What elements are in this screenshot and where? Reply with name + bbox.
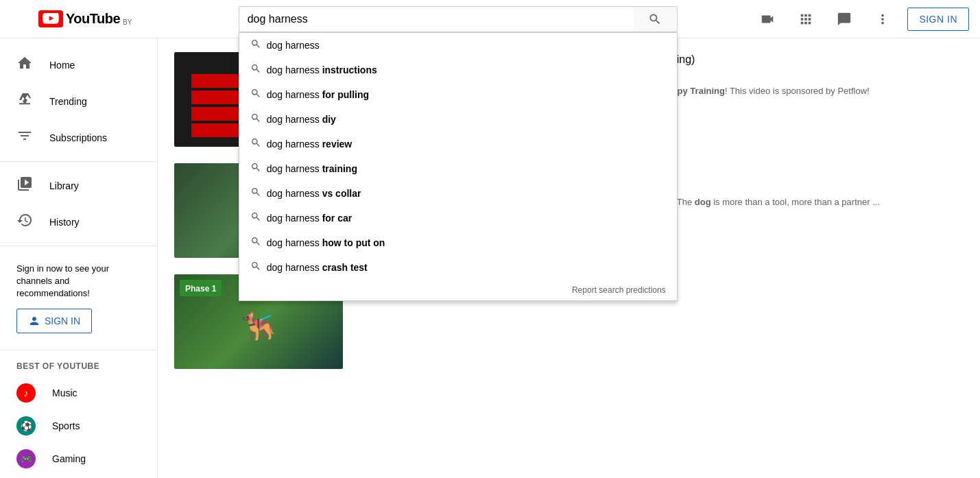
autocomplete-search-icon-2	[250, 88, 261, 101]
logo-text: YouTube	[66, 11, 120, 27]
autocomplete-search-icon-6	[250, 187, 261, 200]
autocomplete-search-icon-5	[250, 162, 261, 176]
sidebar-label-home: Home	[49, 60, 75, 71]
autocomplete-text-8: dog harness how to put on	[267, 237, 385, 248]
autocomplete-search-icon-4	[250, 137, 261, 151]
autocomplete-search-icon	[250, 38, 261, 52]
sign-in-box: Sign in now to see your channels and rec…	[0, 252, 157, 344]
sidebar-label-history: History	[49, 217, 80, 228]
messages-icon	[837, 12, 852, 27]
more-vertical-icon	[875, 12, 890, 27]
sidebar-item-music[interactable]: ♪ Music	[0, 377, 157, 399]
apps-icon	[798, 12, 813, 27]
sidebar-divider-3	[0, 350, 157, 350]
sidebar-item-library[interactable]: Library	[0, 167, 157, 204]
more-options-button[interactable]	[869, 5, 896, 33]
header-left: YouTube BY	[11, 10, 162, 27]
header-right: SIGN IN	[754, 5, 969, 33]
autocomplete-item-8[interactable]: dog harness how to put on	[239, 230, 677, 255]
autocomplete-text-0: dog harness	[267, 40, 320, 51]
sidebar: Home Trending Subscriptions Library H	[0, 38, 158, 399]
logo-country: BY	[123, 19, 132, 26]
autocomplete-search-icon-8	[250, 236, 261, 250]
autocomplete-item-3[interactable]: dog harness diy	[239, 107, 677, 132]
autocomplete-text-4: dog harness review	[267, 139, 352, 150]
autocomplete-text-9: dog harness crash test	[267, 262, 368, 273]
search-bar	[239, 6, 678, 32]
messages-button[interactable]	[830, 5, 858, 33]
search-button[interactable]	[634, 6, 678, 32]
library-icon	[16, 176, 33, 195]
autocomplete-item-0[interactable]: dog harness	[239, 33, 677, 58]
hamburger-menu[interactable]	[11, 11, 27, 27]
search-input[interactable]	[239, 6, 634, 32]
upload-button[interactable]	[754, 5, 781, 33]
subscriptions-icon	[16, 128, 33, 147]
autocomplete-text-7: dog harness for car	[267, 213, 352, 224]
sidebar-divider-2	[0, 246, 157, 246]
autocomplete-text-5: dog harness training	[267, 163, 357, 174]
autocomplete-text-3: dog harness diy	[267, 114, 336, 125]
autocomplete-search-icon-7	[250, 211, 261, 225]
autocomplete-item-9[interactable]: dog harness crash test	[239, 255, 677, 280]
autocomplete-item-6[interactable]: dog harness vs collar	[239, 181, 677, 206]
history-icon	[16, 212, 33, 232]
sidebar-sign-in-label: SIGN IN	[45, 315, 80, 326]
autocomplete-text-6: dog harness vs collar	[267, 188, 361, 199]
sidebar-label-music: Music	[52, 387, 77, 398]
sidebar-label-library: Library	[49, 180, 79, 191]
autocomplete-item-5[interactable]: dog harness training	[239, 156, 677, 181]
search-container: dog harness dog harness instructions dog…	[239, 6, 678, 32]
autocomplete-search-icon-1	[250, 63, 261, 77]
autocomplete-dropdown: dog harness dog harness instructions dog…	[239, 32, 678, 301]
autocomplete-text-2: dog harness for pulling	[267, 89, 369, 100]
apps-button[interactable]	[792, 5, 820, 33]
autocomplete-text-1: dog harness instructions	[267, 64, 377, 75]
person-icon	[28, 315, 40, 327]
autocomplete-search-icon-9	[250, 261, 261, 274]
youtube-logo-icon	[38, 10, 63, 27]
home-icon	[16, 55, 33, 75]
report-predictions-link[interactable]: Report search predictions	[239, 280, 677, 300]
sidebar-item-subscriptions[interactable]: Subscriptions	[0, 119, 157, 156]
sign-in-button[interactable]: SIGN IN	[907, 8, 969, 31]
sidebar-item-history[interactable]: History	[0, 204, 157, 240]
sidebar-item-home[interactable]: Home	[0, 47, 157, 83]
sidebar-item-trending[interactable]: Trending	[0, 83, 157, 119]
autocomplete-item-1[interactable]: dog harness instructions	[239, 58, 677, 82]
music-circle-icon: ♪	[16, 383, 36, 399]
autocomplete-search-icon-3	[250, 112, 261, 126]
sidebar-label-subscriptions: Subscriptions	[49, 132, 107, 143]
autocomplete-item-7[interactable]: dog harness for car	[239, 206, 677, 230]
trending-icon	[16, 91, 33, 111]
header-center: dog harness dog harness instructions dog…	[218, 6, 698, 32]
upload-icon	[760, 12, 775, 27]
sidebar-label-trending: Trending	[49, 96, 87, 107]
header: YouTube BY dog harness	[0, 0, 980, 38]
search-icon	[648, 12, 662, 26]
autocomplete-item-2[interactable]: dog harness for pulling	[239, 82, 677, 107]
sign-in-prompt-text: Sign in now to see your channels and rec…	[16, 263, 109, 298]
autocomplete-item-4[interactable]: dog harness review	[239, 132, 677, 156]
sidebar-sign-in-button[interactable]: SIGN IN	[16, 309, 92, 333]
best-of-title: BEST OF YOUTUBE	[0, 356, 157, 377]
sidebar-divider-1	[0, 161, 157, 162]
youtube-logo[interactable]: YouTube BY	[38, 10, 132, 27]
